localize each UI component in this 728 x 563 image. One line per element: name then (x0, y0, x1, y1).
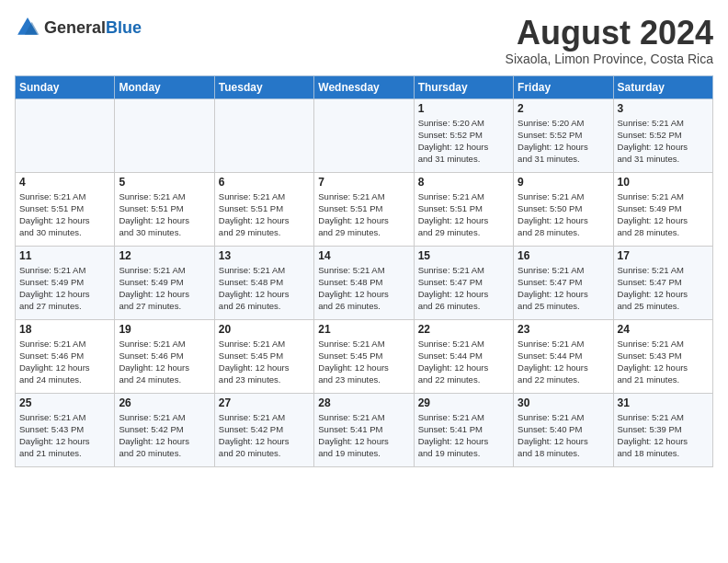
calendar-cell: 10Sunrise: 5:21 AMSunset: 5:49 PMDayligh… (613, 172, 712, 246)
weekday-header: Thursday (414, 75, 513, 98)
day-info: Sunrise: 5:21 AMSunset: 5:41 PMDaylight:… (418, 411, 509, 460)
day-number: 7 (318, 176, 409, 189)
calendar-cell: 26Sunrise: 5:21 AMSunset: 5:42 PMDayligh… (115, 393, 214, 466)
calendar-cell: 25Sunrise: 5:21 AMSunset: 5:43 PMDayligh… (16, 393, 115, 466)
day-number: 10 (618, 176, 709, 189)
day-number: 24 (618, 323, 709, 336)
day-number: 30 (518, 396, 609, 409)
day-info: Sunrise: 5:21 AMSunset: 5:39 PMDaylight:… (618, 411, 709, 460)
calendar-cell: 3Sunrise: 5:21 AMSunset: 5:52 PMDaylight… (613, 98, 712, 172)
calendar-cell: 20Sunrise: 5:21 AMSunset: 5:45 PMDayligh… (214, 319, 313, 393)
day-info: Sunrise: 5:21 AMSunset: 5:45 PMDaylight:… (318, 338, 409, 386)
day-number: 31 (618, 396, 709, 409)
day-info: Sunrise: 5:21 AMSunset: 5:49 PMDaylight:… (19, 264, 110, 313)
calendar-cell: 30Sunrise: 5:21 AMSunset: 5:40 PMDayligh… (514, 393, 613, 466)
calendar-cell (314, 98, 414, 172)
day-info: Sunrise: 5:21 AMSunset: 5:51 PMDaylight:… (119, 190, 210, 239)
day-info: Sunrise: 5:21 AMSunset: 5:48 PMDaylight:… (219, 264, 310, 313)
calendar-cell: 14Sunrise: 5:21 AMSunset: 5:48 PMDayligh… (314, 246, 414, 319)
day-info: Sunrise: 5:21 AMSunset: 5:42 PMDaylight:… (119, 411, 210, 460)
calendar-cell: 27Sunrise: 5:21 AMSunset: 5:42 PMDayligh… (214, 393, 313, 466)
calendar-table: SundayMondayTuesdayWednesdayThursdayFrid… (15, 75, 713, 467)
calendar-cell: 22Sunrise: 5:21 AMSunset: 5:44 PMDayligh… (414, 319, 513, 393)
calendar-cell: 9Sunrise: 5:21 AMSunset: 5:50 PMDaylight… (514, 172, 613, 246)
day-info: Sunrise: 5:21 AMSunset: 5:48 PMDaylight:… (318, 264, 409, 313)
day-number: 2 (518, 102, 609, 115)
calendar-cell: 6Sunrise: 5:21 AMSunset: 5:51 PMDaylight… (214, 172, 313, 246)
day-number: 13 (219, 249, 310, 262)
day-number: 9 (518, 176, 609, 189)
day-number: 29 (418, 396, 509, 409)
day-number: 8 (418, 176, 509, 189)
day-number: 22 (418, 323, 509, 336)
day-number: 19 (119, 323, 210, 336)
day-number: 5 (119, 176, 210, 189)
day-info: Sunrise: 5:21 AMSunset: 5:46 PMDaylight:… (119, 338, 210, 386)
day-info: Sunrise: 5:21 AMSunset: 5:40 PMDaylight:… (518, 411, 609, 460)
day-number: 16 (518, 249, 609, 262)
day-number: 12 (119, 249, 210, 262)
day-info: Sunrise: 5:20 AMSunset: 5:52 PMDaylight:… (518, 117, 609, 166)
day-number: 4 (19, 176, 110, 189)
calendar-cell (214, 98, 313, 172)
calendar-cell: 7Sunrise: 5:21 AMSunset: 5:51 PMDaylight… (314, 172, 414, 246)
day-number: 23 (518, 323, 609, 336)
calendar-cell: 5Sunrise: 5:21 AMSunset: 5:51 PMDaylight… (115, 172, 214, 246)
day-number: 25 (19, 396, 110, 409)
calendar-cell: 28Sunrise: 5:21 AMSunset: 5:41 PMDayligh… (314, 393, 414, 466)
day-info: Sunrise: 5:21 AMSunset: 5:51 PMDaylight:… (318, 190, 409, 239)
calendar-cell: 15Sunrise: 5:21 AMSunset: 5:47 PMDayligh… (414, 246, 513, 319)
weekday-header: Sunday (16, 75, 115, 98)
day-number: 14 (318, 249, 409, 262)
day-number: 17 (618, 249, 709, 262)
logo-blue-text: Blue (106, 18, 142, 37)
day-number: 27 (219, 396, 310, 409)
logo: GeneralBlue (15, 15, 142, 40)
day-info: Sunrise: 5:21 AMSunset: 5:49 PMDaylight:… (119, 264, 210, 313)
location-subtitle: Sixaola, Limon Province, Costa Rica (506, 52, 713, 66)
calendar-cell: 16Sunrise: 5:21 AMSunset: 5:47 PMDayligh… (514, 246, 613, 319)
calendar-cell (115, 98, 214, 172)
day-number: 20 (219, 323, 310, 336)
logo-icon (15, 15, 40, 40)
day-info: Sunrise: 5:21 AMSunset: 5:47 PMDaylight:… (618, 264, 709, 313)
page-header: GeneralBlue August 2024 Sixaola, Limon P… (15, 15, 713, 66)
calendar-cell: 13Sunrise: 5:21 AMSunset: 5:48 PMDayligh… (214, 246, 313, 319)
weekday-header: Wednesday (314, 75, 414, 98)
day-info: Sunrise: 5:21 AMSunset: 5:44 PMDaylight:… (518, 338, 609, 386)
month-title: August 2024 (506, 15, 713, 52)
calendar-cell: 1Sunrise: 5:20 AMSunset: 5:52 PMDaylight… (414, 98, 513, 172)
calendar-cell: 31Sunrise: 5:21 AMSunset: 5:39 PMDayligh… (613, 393, 712, 466)
day-number: 21 (318, 323, 409, 336)
day-info: Sunrise: 5:21 AMSunset: 5:42 PMDaylight:… (219, 411, 310, 460)
logo-general-text: General (44, 18, 106, 37)
calendar-cell: 11Sunrise: 5:21 AMSunset: 5:49 PMDayligh… (16, 246, 115, 319)
calendar-cell: 4Sunrise: 5:21 AMSunset: 5:51 PMDaylight… (16, 172, 115, 246)
calendar-week-row: 4Sunrise: 5:21 AMSunset: 5:51 PMDaylight… (16, 172, 713, 246)
day-number: 1 (418, 102, 509, 115)
day-info: Sunrise: 5:21 AMSunset: 5:44 PMDaylight:… (418, 338, 509, 386)
weekday-header: Saturday (613, 75, 712, 98)
calendar-cell: 23Sunrise: 5:21 AMSunset: 5:44 PMDayligh… (514, 319, 613, 393)
title-area: August 2024 Sixaola, Limon Province, Cos… (506, 15, 713, 66)
calendar-cell (16, 98, 115, 172)
day-info: Sunrise: 5:21 AMSunset: 5:47 PMDaylight:… (518, 264, 609, 313)
calendar-cell: 21Sunrise: 5:21 AMSunset: 5:45 PMDayligh… (314, 319, 414, 393)
calendar-cell: 19Sunrise: 5:21 AMSunset: 5:46 PMDayligh… (115, 319, 214, 393)
day-info: Sunrise: 5:21 AMSunset: 5:46 PMDaylight:… (19, 338, 110, 386)
weekday-header: Tuesday (214, 75, 313, 98)
day-info: Sunrise: 5:21 AMSunset: 5:51 PMDaylight:… (219, 190, 310, 239)
day-number: 15 (418, 249, 509, 262)
day-info: Sunrise: 5:21 AMSunset: 5:52 PMDaylight:… (618, 117, 709, 166)
calendar-cell: 8Sunrise: 5:21 AMSunset: 5:51 PMDaylight… (414, 172, 513, 246)
calendar-cell: 24Sunrise: 5:21 AMSunset: 5:43 PMDayligh… (613, 319, 712, 393)
calendar-week-row: 25Sunrise: 5:21 AMSunset: 5:43 PMDayligh… (16, 393, 713, 466)
day-info: Sunrise: 5:20 AMSunset: 5:52 PMDaylight:… (418, 117, 509, 166)
calendar-cell: 18Sunrise: 5:21 AMSunset: 5:46 PMDayligh… (16, 319, 115, 393)
day-info: Sunrise: 5:21 AMSunset: 5:47 PMDaylight:… (418, 264, 509, 313)
day-number: 26 (119, 396, 210, 409)
day-info: Sunrise: 5:21 AMSunset: 5:43 PMDaylight:… (19, 411, 110, 460)
day-info: Sunrise: 5:21 AMSunset: 5:41 PMDaylight:… (318, 411, 409, 460)
calendar-cell: 17Sunrise: 5:21 AMSunset: 5:47 PMDayligh… (613, 246, 712, 319)
weekday-header: Friday (514, 75, 613, 98)
